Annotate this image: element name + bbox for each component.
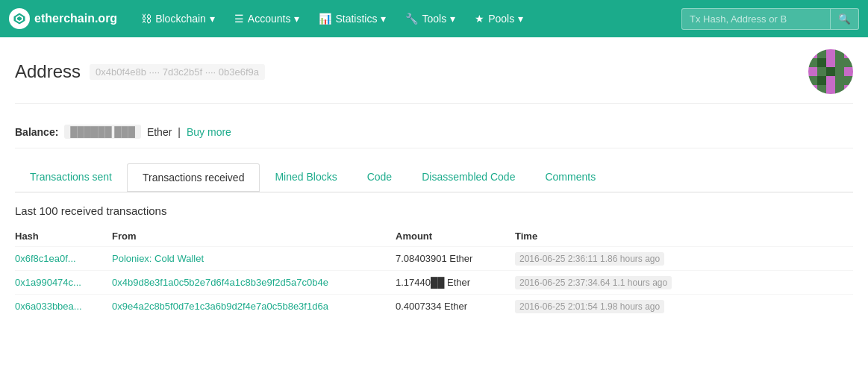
- blockchain-dropdown-icon: ▾: [210, 13, 215, 25]
- nav-pools-label: Pools: [488, 13, 514, 25]
- balance-section: Balance: ██████ ███ Ether | Buy more: [15, 116, 853, 148]
- logo[interactable]: etherchain.org: [9, 8, 117, 29]
- balance-separator: |: [178, 126, 181, 138]
- search-input[interactable]: [681, 8, 831, 30]
- col-header-time: Time: [515, 226, 853, 247]
- balance-unit: Ether: [147, 126, 172, 138]
- accounts-dropdown-icon: ▾: [294, 13, 299, 25]
- nav-accounts-label: Accounts: [248, 13, 291, 25]
- table-row: 0x1a990474c...0x4b9d8e3f1a0c5b2e7d6f4a1c…: [15, 271, 853, 295]
- cell-amount: 0.4007334 Ether: [396, 295, 515, 319]
- cell-amount: 7.08403901 Ether: [396, 247, 515, 271]
- pools-icon: ★: [475, 13, 484, 25]
- tab-code[interactable]: Code: [352, 163, 407, 192]
- buy-more-link[interactable]: Buy more: [187, 126, 231, 138]
- address-section: Address 0x4b0f4e8b ···· 7d3c2b5f ···· 0b…: [15, 49, 853, 104]
- cell-hash[interactable]: 0x6a033bbea...: [15, 295, 112, 319]
- search-button[interactable]: 🔍: [831, 8, 859, 30]
- cell-from[interactable]: 0x4b9d8e3f1a0c5b2e7d6f4a1c8b3e9f2d5a7c0b…: [112, 271, 396, 295]
- tab-mined-blocks[interactable]: Mined Blocks: [260, 163, 352, 192]
- tabs-container: Transactions sent Transactions received …: [15, 163, 853, 192]
- page-content: Address 0x4b0f4e8b ···· 7d3c2b5f ···· 0b…: [0, 37, 868, 330]
- cell-amount: 1.17440██ Ether: [396, 271, 515, 295]
- cell-from[interactable]: 0x9e4a2c8b5f0d7e1c3a6b9d2f4e7a0c5b8e3f1d…: [112, 295, 396, 319]
- nav-blockchain[interactable]: ⛓ Blockchain ▾: [132, 0, 224, 37]
- pools-dropdown-icon: ▾: [518, 13, 523, 25]
- tools-icon: 🔧: [405, 13, 418, 25]
- nav-tools[interactable]: 🔧 Tools ▾: [396, 0, 464, 37]
- nav-accounts[interactable]: ☰ Accounts ▾: [225, 0, 309, 37]
- avatar: [808, 49, 853, 94]
- statistics-icon: 📊: [319, 13, 331, 25]
- balance-label: Balance:: [15, 126, 58, 138]
- section-title: Last 100 received transactions: [15, 204, 853, 217]
- transactions-table: Hash From Amount Time 0x6f8c1ea0f...Polo…: [15, 226, 853, 318]
- statistics-dropdown-icon: ▾: [381, 13, 386, 25]
- cell-hash[interactable]: 0x6f8c1ea0f...: [15, 247, 112, 271]
- nav-pools[interactable]: ★ Pools ▾: [466, 0, 532, 37]
- nav-blockchain-label: Blockchain: [155, 13, 206, 25]
- nav-tools-label: Tools: [422, 13, 446, 25]
- accounts-icon: ☰: [234, 13, 244, 25]
- navbar: etherchain.org ⛓ Blockchain ▾ ☰ Accounts…: [0, 0, 868, 37]
- nav-statistics-label: Statistics: [335, 13, 377, 25]
- col-header-from: From: [112, 226, 396, 247]
- col-header-amount: Amount: [396, 226, 515, 247]
- nav-statistics[interactable]: 📊 Statistics ▾: [310, 0, 395, 37]
- page-title: Address: [15, 61, 81, 82]
- transactions-section: Last 100 received transactions Hash From…: [15, 204, 853, 318]
- table-row: 0x6a033bbea...0x9e4a2c8b5f0d7e1c3a6b9d2f…: [15, 295, 853, 319]
- tab-transactions-sent[interactable]: Transactions sent: [15, 163, 127, 192]
- nav-menu: ⛓ Blockchain ▾ ☰ Accounts ▾ 📊 Statistics…: [132, 0, 681, 37]
- cell-time: 2016-06-25 2:36:11 1.86 hours ago: [515, 247, 853, 271]
- table-header-row: Hash From Amount Time: [15, 226, 853, 247]
- cell-time: 2016-06-25 2:01:54 1.98 hours ago: [515, 295, 853, 319]
- logo-icon: [9, 8, 30, 29]
- balance-value: ██████ ███: [64, 125, 141, 139]
- cell-hash[interactable]: 0x1a990474c...: [15, 271, 112, 295]
- col-header-hash: Hash: [15, 226, 112, 247]
- address-hash: 0x4b0f4e8b ···· 7d3c2b5f ···· 0b3e6f9a: [90, 64, 265, 80]
- cell-from[interactable]: Poloniex: Cold Wallet: [112, 247, 396, 271]
- tools-dropdown-icon: ▾: [450, 13, 455, 25]
- tab-transactions-received[interactable]: Transactions received: [127, 163, 260, 192]
- tab-comments[interactable]: Comments: [530, 163, 611, 192]
- tab-disassembled-code[interactable]: Disassembled Code: [407, 163, 530, 192]
- cell-time: 2016-06-25 2:37:34.64 1.1 hours ago: [515, 271, 853, 295]
- search-box: 🔍: [681, 8, 859, 30]
- blockchain-icon: ⛓: [141, 13, 152, 25]
- table-row: 0x6f8c1ea0f...Poloniex: Cold Wallet7.084…: [15, 247, 853, 271]
- logo-text: etherchain.org: [34, 12, 117, 25]
